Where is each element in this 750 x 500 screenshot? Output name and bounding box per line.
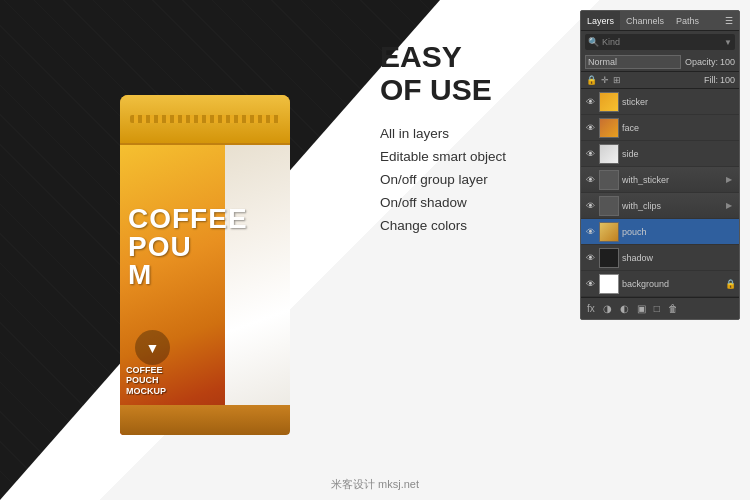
panel-menu-icon[interactable]: ☰: [719, 11, 739, 30]
layer-row-pouch[interactable]: 👁 pouch: [581, 219, 739, 245]
layer-name-sticker: sticker: [622, 97, 736, 107]
pouch-brand-icon: ▼: [135, 330, 170, 365]
layer-row-sticker[interactable]: 👁 sticker: [581, 89, 739, 115]
new-adjustment-icon[interactable]: ◐: [618, 302, 631, 315]
layers-search-bar[interactable]: 🔍 Kind ▼: [585, 34, 735, 50]
visibility-icon-sticker[interactable]: 👁: [584, 96, 596, 108]
visibility-icon-side[interactable]: 👁: [584, 148, 596, 160]
delete-layer-icon[interactable]: 🗑: [666, 302, 680, 315]
layer-thumb-side: [599, 144, 619, 164]
tab-channels[interactable]: Channels: [620, 11, 670, 30]
new-group-icon[interactable]: ▣: [635, 302, 648, 315]
fill-label: Fill:: [704, 75, 718, 85]
layer-row-with-clips[interactable]: 👁 with_clips ▶: [581, 193, 739, 219]
pouch-top-crease: [130, 115, 280, 123]
lock-all-icon[interactable]: ⊞: [612, 74, 622, 86]
layer-name-with-clips: with_clips: [622, 201, 723, 211]
search-icon: 🔍: [588, 37, 599, 47]
opacity-label: Opacity:: [685, 57, 718, 67]
layer-name-shadow: shadow: [622, 253, 736, 263]
layer-thumb-bg: [599, 274, 619, 294]
layer-name-with-sticker: with_sticker: [622, 175, 723, 185]
product-area: COFFEEPOUM ▼ COFFEEPOUCHMOCKUP: [30, 20, 370, 480]
pouch-top-fold: [120, 95, 290, 145]
chevron-down-icon: ▼: [724, 38, 732, 47]
expand-icon[interactable]: ▶: [726, 175, 736, 185]
add-mask-icon[interactable]: ◑: [601, 302, 614, 315]
pouch-right: [225, 145, 290, 435]
pouch-wrapper: COFFEEPOUM ▼ COFFEEPOUCHMOCKUP: [90, 75, 310, 455]
layer-thumb-pouch: [599, 222, 619, 242]
layers-tools-row: 🔒 ✛ ⊞ Fill: 100: [581, 72, 739, 89]
layer-thumb-with-sticker: [599, 170, 619, 190]
visibility-icon-background[interactable]: 👁: [584, 278, 596, 290]
pouch-small-text: COFFEEPOUCHMOCKUP: [126, 365, 166, 397]
lock-bg-icon: 🔒: [725, 279, 736, 289]
pouch-bottom: [120, 405, 290, 435]
new-layer-icon[interactable]: □: [652, 302, 662, 315]
tab-layers[interactable]: Layers: [581, 11, 620, 30]
visibility-icon-shadow[interactable]: 👁: [584, 252, 596, 264]
layers-bottom-bar: fx ◑ ◐ ▣ □ 🗑: [581, 297, 739, 319]
visibility-icon-with-sticker[interactable]: 👁: [584, 174, 596, 186]
layer-thumb-shadow: [599, 248, 619, 268]
layer-thumb-with-clips: [599, 196, 619, 216]
layer-row-face[interactable]: 👁 face: [581, 115, 739, 141]
layers-panel: Layers Channels Paths ☰ 🔍 Kind ▼ Normal …: [580, 10, 740, 320]
layer-row-side[interactable]: 👁 side: [581, 141, 739, 167]
blend-mode-select[interactable]: Normal: [585, 55, 681, 69]
lock-position-icon[interactable]: ✛: [600, 74, 610, 86]
layer-name-pouch: pouch: [622, 227, 736, 237]
layer-row-shadow[interactable]: 👁 shadow: [581, 245, 739, 271]
layer-thumb-face: [599, 118, 619, 138]
fill-control[interactable]: Fill: 100: [704, 75, 735, 85]
layer-row-with-sticker[interactable]: 👁 with_sticker ▶: [581, 167, 739, 193]
fill-value: 100: [720, 75, 735, 85]
tab-paths[interactable]: Paths: [670, 11, 705, 30]
layer-mode-row: Normal Opacity: 100: [581, 53, 739, 72]
add-effect-icon[interactable]: fx: [585, 302, 597, 315]
bottom-watermark: 米客设计 mksj.net: [331, 477, 419, 492]
visibility-icon-face[interactable]: 👁: [584, 122, 596, 134]
visibility-icon-pouch[interactable]: 👁: [584, 226, 596, 238]
layer-name-background: background: [622, 279, 722, 289]
layers-tabs: Layers Channels Paths ☰: [581, 11, 739, 31]
pouch-text: COFFEEPOUM: [128, 205, 248, 289]
visibility-icon-with-clips[interactable]: 👁: [584, 200, 596, 212]
opacity-value: 100: [720, 57, 735, 67]
layer-thumb-sticker: [599, 92, 619, 112]
lock-icon[interactable]: 🔒: [585, 74, 598, 86]
expand-icon-2[interactable]: ▶: [726, 201, 736, 211]
search-kind-label: Kind: [602, 37, 620, 47]
layer-name-side: side: [622, 149, 736, 159]
layer-name-face: face: [622, 123, 736, 133]
pouch-main: COFFEEPOUM ▼ COFFEEPOUCHMOCKUP: [120, 95, 290, 435]
opacity-control[interactable]: Opacity: 100: [685, 57, 735, 67]
layer-row-background[interactable]: 👁 background 🔒: [581, 271, 739, 297]
